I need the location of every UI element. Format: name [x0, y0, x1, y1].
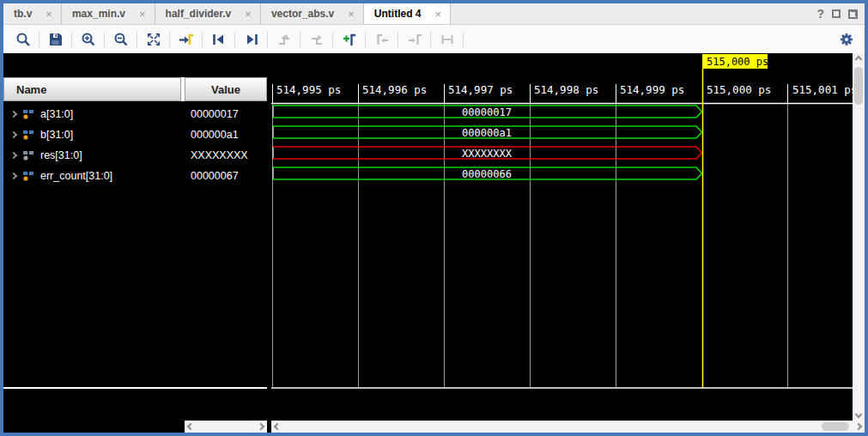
tab-label: max_min.v — [72, 8, 125, 20]
signal-name: err_count[31:0] — [40, 170, 112, 182]
maximize-icon[interactable] — [832, 9, 841, 18]
column-header-band: Name Value — [3, 77, 267, 101]
ruler-tick-label: 514,998 ps — [534, 83, 598, 96]
bus-signal-icon — [22, 171, 34, 181]
panel-bottom-line — [3, 387, 267, 389]
toolbar-separator — [169, 32, 170, 47]
wave-value-res: XXXXXXXX — [462, 148, 513, 160]
toolbar-separator — [71, 32, 72, 47]
go-to-cursor-icon[interactable] — [174, 27, 197, 51]
value-panel-hscrollbar[interactable] — [185, 421, 267, 433]
toolbar-separator — [365, 32, 366, 47]
tab-vector-abs-v[interactable]: vector_abs.v × — [261, 3, 364, 24]
scroll-right-icon[interactable] — [255, 421, 267, 433]
signal-value[interactable]: 00000067 — [185, 166, 267, 186]
swap-cursors-icon[interactable] — [272, 27, 295, 51]
tab-tb-v[interactable]: tb.v × — [3, 3, 62, 24]
waveform-hscrollbar[interactable] — [271, 421, 865, 433]
wave-value-a: 00000017 — [462, 106, 512, 118]
expand-chevron-icon[interactable] — [10, 173, 17, 179]
bus-signal-icon — [22, 150, 34, 160]
signal-value[interactable]: 000000a1 — [185, 124, 267, 145]
waveform-canvas[interactable]: 514,995 ps 514,996 ps 514,997 ps 514,998… — [271, 53, 853, 421]
close-icon[interactable]: × — [245, 9, 252, 20]
horizontal-scroll-thumb[interactable] — [822, 422, 849, 431]
signal-row-err-count[interactable]: err_count[31:0] — [3, 166, 181, 186]
signal-value[interactable]: XXXXXXXX — [185, 145, 267, 166]
ruler-tick-label: 515,000 ps — [707, 83, 771, 96]
next-transition-icon[interactable] — [240, 27, 263, 51]
tab-untitled-4[interactable]: Untitled 4 × — [364, 3, 451, 24]
tab-bar: tb.v × max_min.v × half_divider.v × vect… — [3, 3, 865, 25]
tab-label: Untitled 4 — [374, 8, 422, 20]
signal-row-res[interactable]: res[31:0] — [3, 145, 181, 166]
expand-chevron-icon[interactable] — [10, 111, 17, 118]
expand-chevron-icon[interactable] — [10, 131, 17, 138]
next-marker-icon[interactable] — [403, 27, 426, 51]
vivado-waveform-window: tb.v × max_min.v × half_divider.v × vect… — [0, 0, 868, 436]
toolbar-separator — [39, 32, 39, 47]
vertical-scrollbar[interactable] — [853, 53, 865, 421]
settings-gear-icon[interactable] — [835, 27, 858, 51]
scroll-up-icon[interactable] — [853, 53, 865, 65]
window-controls: ? — [816, 3, 865, 24]
wave-value-b: 000000a1 — [462, 127, 512, 139]
signal-row-b[interactable]: b[31:0] — [3, 124, 181, 145]
toolbar-separator — [234, 32, 235, 47]
toolbar-separator — [104, 32, 105, 47]
toolbar-separator — [398, 32, 398, 47]
zoom-fit-icon[interactable] — [142, 27, 165, 51]
snap-to-transition-icon[interactable] — [435, 27, 458, 51]
previous-transition-icon[interactable] — [207, 27, 230, 51]
waveform-viewer: Name Value a[31:0] b[31:0] res[31:0] err… — [3, 53, 865, 433]
ruler-tick-label: 514,995 ps — [276, 83, 341, 96]
bus-signal-icon — [22, 109, 34, 119]
zoom-out-icon[interactable] — [109, 27, 132, 51]
name-column-header[interactable]: Name — [3, 77, 181, 101]
toolbar-separator — [463, 32, 464, 47]
signal-row-a[interactable]: a[31:0] — [3, 104, 181, 124]
toolbar-separator — [137, 32, 137, 47]
signal-name: b[31:0] — [40, 129, 73, 141]
expand-chevron-icon[interactable] — [10, 152, 17, 159]
tab-label: tb.v — [14, 8, 32, 20]
value-column-header[interactable]: Value — [185, 77, 267, 101]
close-icon[interactable]: × — [139, 9, 146, 20]
toolbar-separator — [430, 32, 431, 47]
close-icon[interactable]: × — [46, 9, 52, 20]
ruler-tick-label: 514,999 ps — [620, 83, 684, 96]
save-icon[interactable] — [44, 27, 67, 51]
toolbar-separator — [332, 32, 333, 47]
wave-value-err: 00000066 — [462, 168, 512, 180]
vertical-scroll-thumb[interactable] — [854, 67, 863, 105]
zoom-in-icon[interactable] — [76, 27, 100, 51]
close-icon[interactable]: × — [435, 9, 442, 20]
toolbar-separator — [267, 32, 268, 47]
ruler-tick-label: 515,001 ps — [792, 83, 853, 96]
toolbar-separator — [202, 32, 203, 47]
previous-marker-icon[interactable] — [370, 27, 393, 51]
signal-name: a[31:0] — [40, 108, 73, 120]
signal-value[interactable]: 00000017 — [185, 104, 267, 124]
scroll-right-icon[interactable] — [853, 421, 865, 433]
scroll-down-icon[interactable] — [853, 409, 865, 421]
tab-label: vector_abs.v — [271, 8, 334, 20]
signal-name: res[31:0] — [40, 149, 82, 161]
bus-signal-icon — [22, 130, 34, 140]
cursor-marker-label: 515,000 ps — [707, 56, 768, 68]
go-to-last-icon[interactable] — [305, 27, 328, 51]
ruler-tick-label: 514,996 ps — [362, 83, 427, 96]
tab-label: half_divider.v — [166, 8, 232, 20]
help-icon[interactable]: ? — [816, 7, 824, 21]
find-icon[interactable] — [11, 27, 34, 51]
add-marker-icon[interactable] — [337, 27, 361, 51]
toolbar-separator — [300, 32, 300, 47]
float-window-icon[interactable] — [848, 9, 858, 19]
scroll-left-icon[interactable] — [271, 421, 283, 433]
ruler-tick-label: 514,997 ps — [448, 83, 513, 96]
waveform-toolbar — [3, 25, 865, 53]
scroll-left-icon[interactable] — [185, 421, 197, 433]
tab-max-min-v[interactable]: max_min.v × — [62, 3, 155, 24]
tab-half-divider-v[interactable]: half_divider.v × — [155, 3, 261, 24]
close-icon[interactable]: × — [348, 9, 355, 20]
